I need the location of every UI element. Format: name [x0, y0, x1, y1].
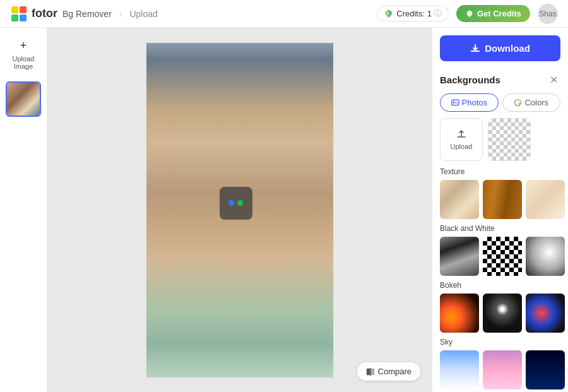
photos-tab-icon: [451, 98, 459, 107]
bg-thumb-bokeh-3[interactable]: [526, 294, 565, 333]
canvas-area: Compare: [47, 28, 432, 392]
svg-text:₿: ₿: [386, 11, 389, 15]
get-credits-button[interactable]: Get Credits: [456, 5, 530, 22]
plus-icon: +: [20, 39, 27, 52]
compare-label: Compare: [378, 367, 411, 376]
credits-count: Credits: 1: [396, 9, 432, 18]
dot-green: [237, 200, 243, 206]
fotor-logo-icon: [10, 5, 28, 23]
texture-category-label: Texture: [440, 167, 560, 176]
bw-category-label: Black and White: [440, 224, 560, 233]
sky-category-label: Sky: [440, 338, 560, 347]
bokeh-category-label: Bokeh: [440, 281, 560, 290]
breadcrumb-separator: ›: [119, 9, 122, 19]
transparent-tile[interactable]: [488, 118, 531, 161]
upload-transparent-row: Upload: [440, 118, 560, 161]
texture-thumbnails-row: ›: [440, 180, 560, 219]
header-right: ₿ Credits: 1 ⓘ Get Credits Shas: [377, 4, 558, 24]
avatar-text: Shas: [539, 9, 556, 18]
bg-thumb-sky-3[interactable]: [526, 350, 565, 389]
thumbnail-preview: [7, 83, 40, 116]
upload-bg-button[interactable]: Upload: [440, 118, 483, 161]
leaf-icon: [465, 9, 474, 18]
logo-text: fotor: [32, 7, 57, 20]
sky-thumbnails-row: ›: [440, 350, 560, 389]
svg-rect-2: [20, 6, 27, 13]
section-header: Backgrounds ✕: [440, 69, 560, 93]
breadcrumb-upload[interactable]: Upload: [129, 9, 157, 19]
upload-bg-icon: [456, 129, 467, 140]
fotor-logo: fotor: [10, 5, 57, 23]
svg-rect-1: [11, 6, 18, 13]
bg-thumb-texture-3[interactable]: [526, 180, 565, 219]
download-icon: [470, 44, 480, 54]
tab-row: Photos Colors: [440, 93, 560, 112]
main-layout: + UploadImage: [0, 28, 568, 392]
dot-blue: [228, 200, 234, 206]
get-credits-label: Get Credits: [477, 9, 521, 18]
bg-thumb-sky-1[interactable]: [440, 350, 479, 389]
canvas-image[interactable]: [146, 43, 333, 377]
svg-rect-9: [451, 100, 458, 105]
bg-thumb-bw-3[interactable]: [526, 237, 565, 276]
upload-bg-label: Upload: [451, 143, 473, 150]
backgrounds-title: Backgrounds: [440, 74, 500, 85]
credits-icon: ₿: [384, 9, 394, 19]
checker-pattern: [488, 119, 530, 160]
bg-thumb-texture-1[interactable]: [440, 180, 479, 219]
backgrounds-section: Backgrounds ✕ Photos: [432, 69, 568, 392]
tab-photos-label: Photos: [462, 98, 487, 107]
bg-thumb-bokeh-1[interactable]: [440, 294, 479, 333]
upload-new-button[interactable]: + UploadImage: [9, 35, 38, 74]
app-header: fotor Bg Remover › Upload ₿ Credits: 1 ⓘ…: [0, 0, 568, 28]
compare-icon: [366, 367, 375, 376]
svg-rect-3: [11, 15, 18, 21]
bw-thumbnails-row: ›: [440, 237, 560, 276]
bg-thumb-bw-2[interactable]: [483, 237, 522, 276]
ring-area: [220, 187, 252, 220]
canvas-image-container: [146, 43, 333, 377]
svg-rect-7: [370, 368, 374, 375]
download-button[interactable]: Download: [440, 35, 560, 61]
upload-image-label: UploadImage: [13, 55, 35, 70]
svg-rect-6: [366, 368, 369, 375]
tab-colors-label: Colors: [524, 98, 548, 107]
tool-name: Bg Remover: [62, 9, 112, 19]
compare-button[interactable]: Compare: [357, 362, 420, 381]
credits-badge: ₿ Credits: 1 ⓘ: [377, 6, 449, 21]
bg-thumb-texture-2[interactable]: [483, 180, 522, 219]
image-thumbnail[interactable]: [6, 81, 41, 117]
tab-photos[interactable]: Photos: [440, 93, 499, 112]
bg-thumb-bw-1[interactable]: [440, 237, 479, 276]
close-backgrounds-button[interactable]: ✕: [547, 73, 560, 87]
right-panel: Download Backgrounds ✕ Photos: [432, 28, 568, 392]
bokeh-thumbnails-row: ›: [440, 294, 560, 333]
bg-thumb-bokeh-2[interactable]: [483, 294, 522, 333]
bg-thumb-sky-2[interactable]: [483, 350, 522, 389]
svg-rect-4: [20, 15, 27, 21]
avatar[interactable]: Shas: [538, 4, 558, 24]
download-label: Download: [485, 43, 530, 54]
colors-tab-icon: [514, 98, 522, 107]
credits-info-icon[interactable]: ⓘ: [434, 8, 442, 19]
left-sidebar: + UploadImage: [0, 28, 47, 392]
drag-handle[interactable]: [220, 187, 252, 220]
tab-colors[interactable]: Colors: [502, 93, 561, 112]
header-left: fotor Bg Remover › Upload: [10, 5, 158, 23]
